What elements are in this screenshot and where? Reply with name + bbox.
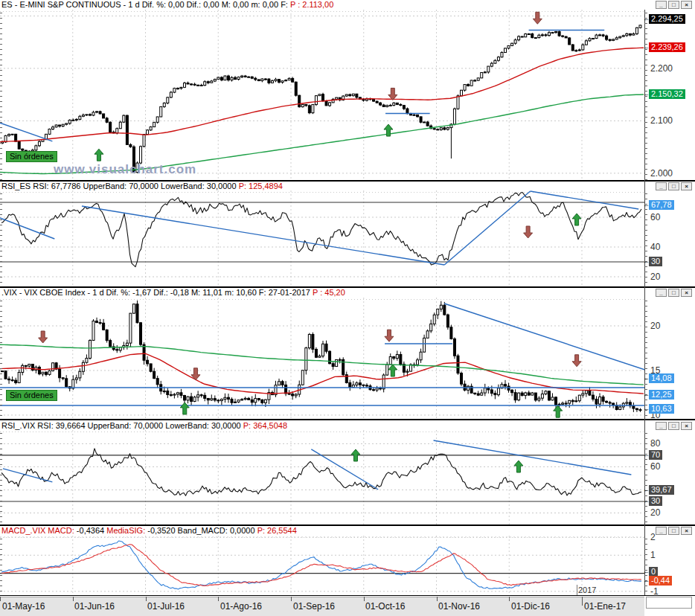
- date-tick: [364, 597, 365, 601]
- axis-minor-tick: [0, 153, 2, 154]
- close-button[interactable]: ×: [681, 182, 692, 190]
- axis-minor-tick: [0, 580, 2, 581]
- panel-separator[interactable]: [0, 286, 695, 288]
- maximize-button[interactable]: □: [668, 422, 679, 430]
- axis-minor-tick: [0, 80, 2, 81]
- sell-signal-arrow-icon: [572, 355, 581, 367]
- visual-chart-window: ES - E-MINI S&P CONTINUOUS - 1 d Dif. %:…: [0, 0, 695, 616]
- panel-separator[interactable]: [0, 419, 695, 420]
- minimize-button[interactable]: _: [656, 527, 667, 535]
- axis-minor-tick: [0, 570, 2, 571]
- rsi-vix-chart[interactable]: [0, 430, 644, 524]
- axis-minor-tick: [0, 485, 2, 486]
- axis-minor-tick: [0, 277, 2, 277]
- axis-minor-tick: [644, 316, 647, 317]
- axis-minor-tick: [0, 501, 2, 501]
- axis-minor-tick: [0, 138, 2, 138]
- title-bar-macd-vix: MACD_.VIX MACD: -0,4364 MediaSIG: -0,352…: [0, 526, 695, 536]
- title-bar-es: ES - E-MINI S&P CONTINUOUS - 1 d Dif. %:…: [0, 0, 695, 10]
- axis-minor-tick: [0, 495, 2, 496]
- axis-minor-tick: [644, 60, 647, 60]
- axis-tick-label: 2: [650, 532, 656, 542]
- axis-minor-tick: [0, 363, 2, 364]
- axis-minor-tick: [0, 316, 2, 317]
- axis-minor-tick: [0, 342, 2, 343]
- axis-minor-tick: [0, 311, 2, 312]
- axis-minor-tick: [644, 148, 647, 149]
- axis-minor-tick: [0, 400, 2, 400]
- axis-minor-tick: [0, 122, 2, 123]
- date-tick: [218, 597, 219, 601]
- axis-minor-tick: [0, 368, 2, 369]
- price-badge: 2.239,26: [649, 42, 685, 52]
- axis-minor-tick: [644, 301, 647, 301]
- axis-minor-tick: [644, 347, 647, 348]
- minimize-button[interactable]: _: [656, 422, 667, 430]
- axis-minor-tick: [0, 199, 2, 199]
- window-buttons: _ □ ×: [656, 182, 692, 190]
- price-badge: 30: [649, 257, 662, 266]
- panel-separator[interactable]: [0, 524, 695, 526]
- axis-minor-tick: [0, 301, 2, 301]
- minimize-button[interactable]: _: [656, 182, 667, 190]
- maximize-button[interactable]: □: [668, 289, 679, 297]
- axis-minor-tick: [644, 143, 647, 144]
- axis-minor-tick: [644, 209, 647, 210]
- rsi-es-chart[interactable]: [0, 190, 644, 286]
- vix-price-chart[interactable]: [0, 298, 644, 419]
- close-button[interactable]: ×: [681, 422, 692, 430]
- axis-minor-tick: [644, 459, 647, 460]
- axis-minor-tick: [0, 464, 2, 465]
- axis-minor-tick: [644, 415, 647, 416]
- minimize-button[interactable]: _: [656, 289, 667, 297]
- panel-separator[interactable]: [0, 180, 695, 182]
- maximize-button[interactable]: □: [668, 1, 679, 9]
- sell-signal-arrow-icon: [39, 331, 48, 343]
- close-button[interactable]: ×: [681, 1, 692, 9]
- axis-minor-tick: [644, 363, 647, 364]
- minimize-button[interactable]: _: [656, 1, 667, 9]
- axis-minor-tick: [0, 272, 2, 272]
- axis-minor-tick: [0, 469, 2, 470]
- axis-minor-tick: [0, 112, 2, 112]
- axis-minor-tick: [644, 495, 647, 496]
- date-tick: [146, 597, 147, 601]
- axis-minor-tick: [0, 539, 2, 539]
- date-label: 01-Jul-16: [147, 601, 185, 612]
- date-label: 01-Nov-16: [438, 601, 480, 612]
- axis-minor-tick: [0, 49, 2, 50]
- buy-signal-arrow-icon: [95, 149, 103, 161]
- axis-minor-tick: [0, 389, 2, 390]
- maximize-button[interactable]: □: [668, 182, 679, 190]
- buy-signal-arrow-icon: [554, 405, 563, 417]
- axis-minor-tick: [644, 475, 647, 475]
- macd-vix-chart[interactable]: [0, 536, 644, 595]
- close-button[interactable]: ×: [681, 527, 692, 535]
- panel-title-segment: -0,4364: [74, 526, 106, 535]
- date-label: 01-May-16: [2, 601, 45, 612]
- axis-minor-tick: [644, 219, 647, 220]
- close-button[interactable]: ×: [681, 289, 692, 297]
- axis-minor-tick: [644, 443, 647, 444]
- axis-minor-tick: [644, 522, 647, 522]
- axis-minor-tick: [644, 122, 647, 123]
- es-price-chart[interactable]: [0, 10, 644, 180]
- axis-minor-tick: [644, 193, 647, 194]
- panel-separator: [0, 595, 695, 596]
- axis-minor-tick: [644, 169, 647, 170]
- axis-minor-tick: [0, 174, 2, 175]
- axis-minor-tick: [644, 164, 647, 164]
- title-bar-vix: .VIX - VIX CBOE Index - 1 d Dif. %: -1,6…: [0, 288, 695, 298]
- axis-minor-tick: [0, 143, 2, 144]
- axis-minor-tick: [644, 464, 647, 465]
- axis-minor-tick: [0, 480, 2, 481]
- maximize-button[interactable]: □: [668, 527, 679, 535]
- sell-signal-arrow-icon: [385, 330, 394, 341]
- axis-minor-tick: [0, 554, 2, 555]
- axis-minor-tick: [644, 101, 647, 102]
- axis-minor-tick: [0, 321, 2, 322]
- axis-minor-tick: [644, 306, 647, 307]
- axis-minor-tick: [644, 327, 647, 327]
- axis-minor-tick: [0, 169, 2, 170]
- axis-minor-tick: [0, 117, 2, 118]
